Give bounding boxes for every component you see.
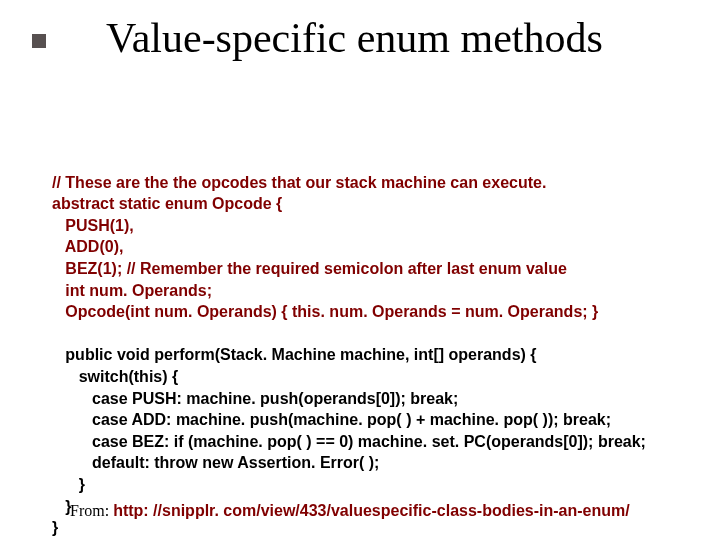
title-bullet (32, 34, 46, 48)
code-line-16: } (52, 498, 72, 515)
code-line-15: } (52, 476, 85, 493)
code-line-1: // These are the the opcodes that our st… (52, 174, 546, 191)
source-url: http: //snipplr. com/view/433/valuespeci… (113, 502, 630, 519)
code-line-5: BEZ(1); // Remember the required semicol… (52, 260, 567, 277)
code-line-6: int num. Operands; (52, 282, 212, 299)
code-line-4: ADD(0), (52, 238, 123, 255)
from-label: From: (70, 502, 113, 519)
code-line-17: } (52, 519, 58, 536)
code-line-10: switch(this) { (52, 368, 178, 385)
code-line-13: case BEZ: if (machine. pop( ) == 0) mach… (52, 433, 646, 450)
page-title: Value-specific enum methods (106, 14, 603, 62)
code-line-2: abstract static enum Opcode { (52, 195, 282, 212)
code-line-11: case PUSH: machine. push(operands[0]); b… (52, 390, 458, 407)
footer: From: http: //snipplr. com/view/433/valu… (70, 502, 630, 520)
code-block: // These are the the opcodes that our st… (52, 150, 646, 539)
code-line-9: public void perform(Stack. Machine machi… (52, 346, 537, 363)
code-line-7: Opcode(int num. Operands) { this. num. O… (52, 303, 598, 320)
code-line-12: case ADD: machine. push(machine. pop( ) … (52, 411, 611, 428)
code-line-14: default: throw new Assertion. Error( ); (52, 454, 379, 471)
code-line-3: PUSH(1), (52, 217, 134, 234)
